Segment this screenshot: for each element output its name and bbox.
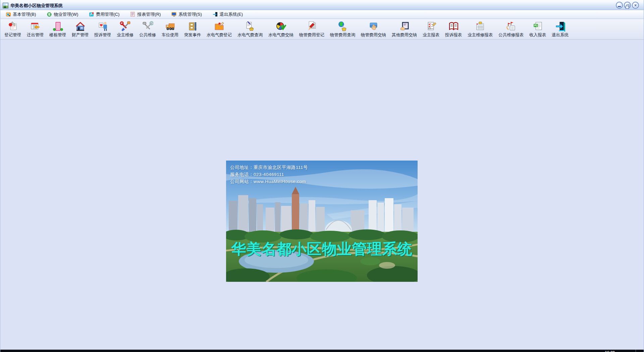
toolbar-button-public-repair[interactable]: 公共维修 — [137, 20, 159, 39]
toolbar-button-label: 水电气费交纳 — [268, 32, 293, 38]
toolbar-button-label: 登记管理 — [4, 32, 21, 38]
company-phone: 服务电话：023-40469111 — [230, 172, 284, 178]
toolbar-button-label: 水电气费登记 — [207, 32, 232, 38]
window-controls: × — [616, 2, 639, 9]
toolbar-button-label: 公共维修 — [139, 32, 156, 38]
toolbar-button-label: 楼栋管理 — [49, 32, 66, 38]
toolbar-button-building[interactable]: 楼栋管理 — [47, 20, 69, 39]
complaint-icon — [97, 21, 108, 32]
emergency-icon — [187, 21, 198, 32]
menu-item-system-mgmt[interactable]: 系统管理(S) — [169, 10, 204, 18]
minimize-button[interactable] — [616, 2, 623, 9]
public-repair-report-icon — [505, 21, 517, 32]
fee-mgmt-icon — [89, 12, 94, 17]
toolbar-button-label: 业主报表 — [423, 32, 439, 38]
menu-item-label: 退出系统(E) — [220, 11, 243, 17]
parking-icon — [165, 21, 176, 32]
company-address: 公司地址：重庆市渝北区平湖路111号 — [230, 165, 308, 171]
toolbar-button-label: 车位使用 — [162, 32, 178, 38]
menu-item-label: 报表管理(R) — [137, 11, 161, 17]
toolbar-button-label: 财产管理 — [72, 32, 89, 38]
toolbar-button-emergency[interactable]: 突发事件 — [181, 20, 204, 39]
toolbar-button-mgmtfee-register[interactable]: 物管费用登记 — [297, 20, 327, 39]
mgmtfee-register-icon — [306, 21, 317, 32]
complaint-report-icon — [448, 21, 459, 32]
mgmtfee-pay-icon — [368, 21, 379, 32]
toolbar-button-label: 投诉报表 — [445, 32, 462, 38]
toolbar-button-owner-repair-report[interactable]: 业主维修报表 — [465, 20, 495, 39]
system-mgmt-icon — [171, 12, 177, 17]
utility-query-icon — [245, 21, 256, 32]
menu-item-label: 费用管理(C) — [96, 11, 119, 17]
moveout-icon — [30, 21, 41, 32]
utility-pay-icon — [275, 21, 286, 32]
toolbar-button-parking[interactable]: 车位使用 — [159, 20, 181, 39]
other-fee-pay-icon — [399, 21, 410, 32]
menu-item-report-mgmt[interactable]: 报表管理(R) — [127, 10, 163, 18]
restore-button[interactable] — [624, 2, 631, 9]
register-icon — [7, 21, 18, 32]
estate-mgmt-icon — [47, 12, 52, 17]
toolbar-button-public-repair-report[interactable]: 公共维修报表 — [496, 20, 526, 39]
menu-item-basic-mgmt[interactable]: 基本管理(B) — [3, 10, 39, 18]
toolbar-button-label: 突发事件 — [184, 32, 201, 38]
menu-item-label: 系统管理(S) — [178, 11, 202, 17]
toolbar-button-label: 业主维修报表 — [468, 32, 493, 38]
taskbar-divider — [636, 350, 636, 352]
toolbar-button-utility-register[interactable]: 水电气费登记 — [204, 20, 234, 39]
toolbar-button-label: 物管费用登记 — [299, 32, 324, 38]
app-logo-icon — [3, 3, 8, 8]
company-website: 公司网站：www.HuaMeiHouse.com — [230, 179, 306, 185]
toolbar-button-label: 退出系统 — [552, 32, 569, 38]
toolbar-button-label: 迁出管理 — [27, 32, 44, 38]
toolbar-button-property[interactable]: 财产管理 — [69, 20, 91, 39]
restore-icon — [627, 4, 629, 7]
menu-item-exit-system[interactable]: 退出系统(E) — [210, 10, 246, 18]
splash-banner-title: 华美名都小区物业管理系统 — [226, 239, 418, 259]
title-bar: 华美名都小区物业管理系统 × — [0, 1, 644, 10]
toolbar: 登记管理迁出管理楼栋管理财产管理投诉管理业主维修公共维修车位使用突发事件水电气费… — [0, 19, 644, 40]
toolbar-button-exit[interactable]: 退出系统 — [549, 20, 571, 39]
toolbar-button-utility-pay[interactable]: 水电气费交纳 — [266, 20, 296, 39]
menu-bar: 基本管理(B)物业管理(W)费用管理(C)报表管理(R)系统管理(S)退出系统(… — [0, 10, 644, 19]
public-repair-icon — [142, 21, 153, 32]
toolbar-button-owner-repair[interactable]: 业主维修 — [114, 20, 136, 39]
income-report-icon — [532, 21, 543, 32]
toolbar-button-label: 收入报表 — [529, 32, 546, 38]
menu-item-estate-mgmt[interactable]: 物业管理(W) — [44, 10, 81, 18]
menu-item-label: 物业管理(W) — [54, 11, 78, 17]
exit-icon — [555, 21, 566, 32]
minimize-icon — [618, 6, 621, 7]
menu-item-fee-mgmt[interactable]: 费用管理(C) — [86, 10, 122, 18]
toolbar-button-label: 公共维修报表 — [498, 32, 524, 38]
taskbar-clock: 16:09 — [605, 350, 615, 352]
toolbar-button-moveout[interactable]: 迁出管理 — [24, 20, 46, 39]
toolbar-button-mgmtfee-pay[interactable]: 物管费用交纳 — [358, 20, 389, 39]
toolbar-button-other-fee-pay[interactable]: 其他费用交纳 — [389, 20, 420, 39]
toolbar-button-complaint[interactable]: 投诉管理 — [92, 20, 114, 39]
splash-image: 公司地址：重庆市渝北区平湖路111号 服务电话：023-40469111 公司网… — [226, 161, 418, 282]
window-title: 华美名都小区物业管理系统 — [10, 3, 63, 9]
toolbar-button-register[interactable]: 登记管理 — [2, 20, 24, 39]
toolbar-button-label: 水电气费查询 — [237, 32, 263, 38]
toolbar-button-income-report[interactable]: 收入报表 — [527, 20, 549, 39]
client-area: 公司地址：重庆市渝北区平湖路111号 服务电话：023-40469111 公司网… — [0, 40, 644, 350]
property-icon — [75, 21, 86, 32]
app-window: 华美名都小区物业管理系统 × 基本管理(B)物业管理(W)费用管理(C)报表管理… — [0, 0, 644, 352]
taskbar-sliver: 16:09 — [0, 350, 644, 352]
report-mgmt-icon — [130, 12, 136, 17]
toolbar-button-mgmtfee-query[interactable]: 物管费用查询 — [327, 20, 358, 39]
toolbar-button-owner-report[interactable]: 业主报表 — [420, 20, 442, 39]
owner-report-icon — [426, 21, 437, 32]
toolbar-button-complaint-report[interactable]: 投诉报表 — [442, 20, 465, 39]
toolbar-button-utility-query[interactable]: 水电气费查询 — [235, 20, 265, 39]
toolbar-button-label: 物管费用交纳 — [361, 32, 386, 38]
toolbar-button-label: 物管费用查询 — [330, 32, 355, 38]
owner-repair-icon — [120, 21, 131, 32]
menu-item-label: 基本管理(B) — [13, 11, 36, 17]
building-icon — [52, 21, 63, 32]
close-button[interactable]: × — [632, 2, 639, 9]
owner-repair-report-icon — [475, 21, 486, 32]
close-icon: × — [634, 3, 637, 7]
basic-mgmt-icon — [6, 12, 11, 17]
